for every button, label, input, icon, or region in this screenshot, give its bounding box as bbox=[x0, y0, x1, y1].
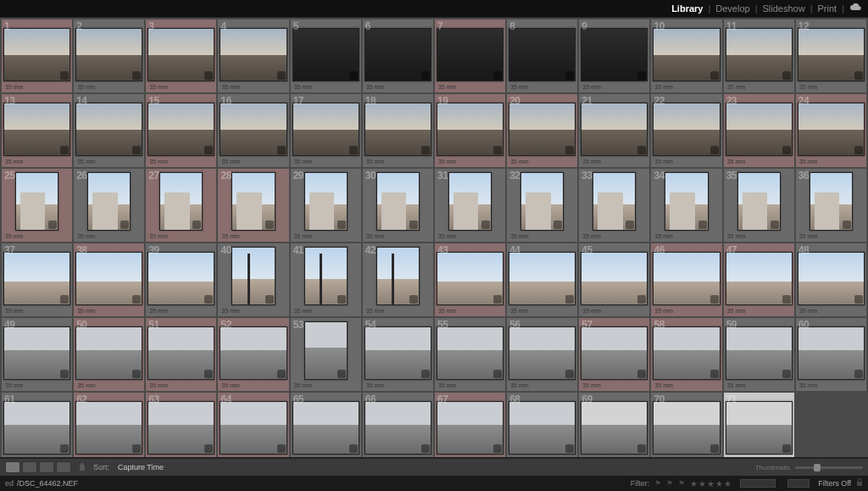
painter-icon[interactable] bbox=[78, 461, 86, 473]
thumbnail-image[interactable] bbox=[593, 172, 636, 231]
thumbnail-image[interactable] bbox=[665, 172, 708, 231]
thumbnail-cell[interactable]: 4335 mm bbox=[435, 243, 505, 316]
color-label-filter[interactable] bbox=[740, 479, 776, 488]
thumbnail-cell[interactable]: 6435 mm bbox=[218, 393, 288, 458]
thumbnail-cell[interactable]: 6735 mm bbox=[435, 393, 505, 458]
thumbnail-image[interactable] bbox=[726, 401, 793, 455]
thumbnail-image[interactable] bbox=[292, 401, 359, 455]
thumbnail-cell[interactable]: 3935 mm bbox=[146, 243, 216, 316]
thumbnail-cell[interactable]: 6235 mm bbox=[74, 393, 144, 458]
thumbnail-cell[interactable]: 1235 mm bbox=[796, 20, 866, 92]
thumbnail-image[interactable] bbox=[448, 172, 492, 231]
thumbnail-cell[interactable]: 235 mm bbox=[74, 20, 144, 92]
thumbnail-image[interactable] bbox=[376, 172, 420, 231]
thumbnail-image[interactable] bbox=[304, 172, 348, 231]
thumbnail-image[interactable] bbox=[364, 401, 431, 455]
thumbnail-image[interactable] bbox=[810, 172, 853, 231]
thumbnail-cell[interactable]: 1835 mm bbox=[363, 94, 433, 167]
thumbnail-image[interactable] bbox=[581, 401, 648, 455]
thumbnail-cell[interactable]: 6135 mm bbox=[2, 393, 72, 458]
thumbnail-cell[interactable]: 3535 mm bbox=[724, 169, 794, 242]
thumbnail-image[interactable] bbox=[364, 103, 431, 156]
thumbnail-image[interactable] bbox=[509, 401, 576, 455]
thumbnail-image[interactable] bbox=[87, 172, 131, 231]
thumbnail-image[interactable] bbox=[509, 326, 576, 380]
thumbnail-cell[interactable]: 6535 mm bbox=[291, 393, 361, 458]
thumbnail-image[interactable] bbox=[15, 172, 58, 231]
thumbnail-image[interactable] bbox=[231, 247, 275, 305]
thumbnail-image[interactable] bbox=[75, 401, 142, 455]
thumbnail-size-slider[interactable] bbox=[795, 466, 863, 469]
thumbnail-image[interactable] bbox=[304, 321, 348, 380]
thumbnail-image[interactable] bbox=[147, 326, 214, 380]
thumbnail-image[interactable] bbox=[147, 28, 214, 81]
thumbnail-image[interactable] bbox=[581, 252, 648, 305]
thumbnail-cell[interactable]: 535 mm bbox=[291, 20, 361, 92]
thumbnail-cell[interactable]: 6835 mm bbox=[507, 393, 577, 458]
thumbnail-image[interactable] bbox=[220, 103, 287, 156]
thumbnail-cell[interactable]: 6035 mm bbox=[796, 318, 866, 391]
thumbnail-cell[interactable]: 7035 mm bbox=[651, 393, 721, 458]
thumbnail-cell[interactable]: 2835 mm bbox=[218, 169, 288, 242]
thumbnail-cell[interactable]: 7135 mm bbox=[724, 393, 794, 458]
thumbnail-cell[interactable]: 5235 mm bbox=[218, 318, 288, 391]
thumbnail-cell[interactable]: 1735 mm bbox=[291, 94, 361, 167]
thumbnail-image[interactable] bbox=[75, 326, 142, 380]
thumbnail-cell[interactable]: 2035 mm bbox=[507, 94, 577, 167]
thumbnail-image[interactable] bbox=[653, 401, 720, 455]
thumbnail-image[interactable] bbox=[726, 252, 793, 305]
thumbnail-cell[interactable]: 1635 mm bbox=[218, 94, 288, 167]
thumbnail-image[interactable] bbox=[147, 103, 214, 156]
thumbnail-cell[interactable]: 135 mm bbox=[2, 20, 72, 92]
thumbnail-cell[interactable]: 635 mm bbox=[363, 20, 433, 92]
flag-filter-icon[interactable]: ⚑ bbox=[666, 479, 673, 488]
thumbnail-cell[interactable]: 1135 mm bbox=[724, 20, 794, 92]
loupe-view-button[interactable] bbox=[22, 461, 37, 473]
thumbnail-cell[interactable]: 4535 mm bbox=[579, 243, 649, 316]
thumbnail-image[interactable] bbox=[220, 326, 287, 380]
thumbnail-image[interactable] bbox=[798, 103, 865, 156]
thumbnail-image[interactable] bbox=[581, 28, 648, 81]
thumbnail-image[interactable] bbox=[520, 172, 564, 231]
cloud-sync-icon[interactable] bbox=[849, 3, 861, 14]
thumbnail-cell[interactable]: 4735 mm bbox=[724, 243, 794, 316]
flag-filter-icon[interactable]: ⚑ bbox=[678, 479, 685, 488]
thumbnail-image[interactable] bbox=[726, 28, 793, 81]
thumbnail-cell[interactable]: 3335 mm bbox=[579, 169, 649, 242]
thumbnail-cell[interactable]: 5835 mm bbox=[651, 318, 721, 391]
thumbnail-cell[interactable]: 6335 mm bbox=[146, 393, 216, 458]
thumbnail-cell[interactable]: 2635 mm bbox=[74, 169, 144, 242]
thumbnail-image[interactable] bbox=[653, 252, 720, 305]
flag-filter-icon[interactable]: ⚑ bbox=[654, 479, 661, 488]
thumbnail-image[interactable] bbox=[509, 103, 576, 156]
thumbnail-cell[interactable]: 1935 mm bbox=[435, 94, 505, 167]
thumbnail-image[interactable] bbox=[159, 172, 203, 231]
thumbnail-image[interactable] bbox=[726, 103, 793, 156]
thumbnail-cell[interactable]: 2935 mm bbox=[291, 169, 361, 242]
thumbnail-image[interactable] bbox=[726, 326, 793, 380]
thumbnail-image[interactable] bbox=[3, 28, 70, 81]
thumbnail-cell[interactable]: 4135 mm bbox=[291, 243, 361, 316]
thumbnail-image[interactable] bbox=[3, 252, 70, 305]
thumbnail-cell[interactable]: 5435 mm bbox=[363, 318, 433, 391]
thumbnail-cell[interactable]: 2135 mm bbox=[579, 94, 649, 167]
thumbnail-cell[interactable]: 4035 mm bbox=[218, 243, 288, 316]
thumbnail-cell[interactable]: 5735 mm bbox=[579, 318, 649, 391]
thumbnail-cell[interactable]: 1435 mm bbox=[74, 94, 144, 167]
module-print[interactable]: Print bbox=[813, 3, 843, 14]
thumbnail-cell[interactable]: 5935 mm bbox=[724, 318, 794, 391]
thumbnail-cell[interactable]: 5135 mm bbox=[146, 318, 216, 391]
thumbnail-image[interactable] bbox=[3, 103, 70, 156]
thumbnail-image[interactable] bbox=[437, 401, 504, 455]
thumbnail-image[interactable] bbox=[376, 247, 420, 305]
thumbnail-cell[interactable]: 2735 mm bbox=[146, 169, 216, 242]
thumbnail-cell[interactable]: 5035 mm bbox=[74, 318, 144, 391]
thumbnail-cell[interactable]: 3135 mm bbox=[435, 169, 505, 242]
thumbnail-image[interactable] bbox=[147, 252, 214, 305]
thumbnail-image[interactable] bbox=[364, 326, 431, 380]
thumbnail-image[interactable] bbox=[75, 252, 142, 305]
thumbnail-image[interactable] bbox=[653, 326, 720, 380]
thumbnail-image[interactable] bbox=[509, 252, 576, 305]
thumbnail-image[interactable] bbox=[437, 28, 504, 81]
thumbnail-cell[interactable]: 3635 mm bbox=[796, 169, 866, 242]
